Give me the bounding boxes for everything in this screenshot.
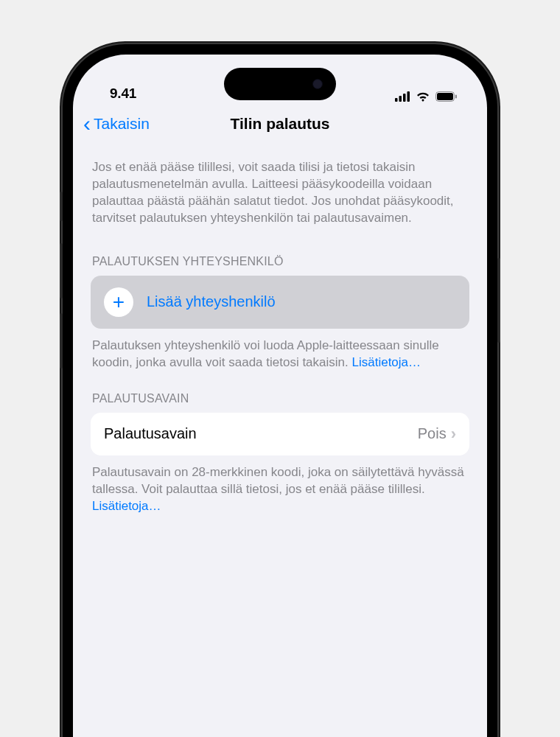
chevron-right-icon: ›	[451, 425, 456, 444]
recovery-key-header: PALAUTUSAVAIN	[91, 371, 469, 413]
battery-icon	[435, 91, 458, 102]
status-time: 9.41	[110, 85, 136, 102]
phone-screen: 9.41 ‹ Takaisin Tilin palautus Jos et en…	[73, 55, 487, 737]
mute-switch	[60, 192, 63, 221]
svg-rect-0	[395, 98, 398, 102]
contact-learn-more-link[interactable]: Lisätietoja…	[351, 355, 421, 369]
recovery-key-row[interactable]: Palautusavain Pois ›	[91, 413, 469, 455]
svg-rect-1	[399, 96, 402, 102]
navigation-bar: ‹ Takaisin Tilin palautus	[73, 108, 487, 143]
volume-down-button	[60, 313, 63, 368]
svg-rect-3	[407, 91, 410, 102]
recovery-key-learn-more-link[interactable]: Lisätietoja…	[92, 499, 161, 513]
back-label: Takaisin	[94, 115, 150, 133]
volume-up-button	[60, 243, 63, 298]
recovery-key-footer-text: Palautusavain on 28-merkkinen koodi, jok…	[92, 465, 464, 496]
recovery-contact-footer: Palautuksen yhteyshenkilö voi luoda Appl…	[91, 329, 469, 371]
status-icons	[395, 91, 458, 102]
recovery-contact-header: PALAUTUKSEN YHTEYSHENKILÖ	[91, 234, 469, 276]
front-camera	[312, 79, 323, 89]
svg-rect-5	[437, 93, 453, 100]
wifi-icon	[416, 91, 430, 102]
intro-description: Jos et enää pääse tilillesi, voit saada …	[91, 143, 469, 234]
plus-circle-icon: +	[104, 287, 133, 317]
chevron-left-icon: ‹	[83, 113, 91, 135]
back-button[interactable]: ‹ Takaisin	[83, 113, 150, 135]
recovery-key-title: Palautusavain	[104, 425, 418, 442]
svg-rect-6	[455, 95, 457, 99]
add-contact-label: Lisää yhteyshenkilö	[147, 293, 276, 310]
recovery-key-footer: Palautusavain on 28-merkkinen koodi, jok…	[91, 455, 469, 515]
phone-frame: 9.41 ‹ Takaisin Tilin palautus Jos et en…	[63, 44, 497, 737]
plus-icon: +	[113, 292, 125, 312]
cellular-icon	[395, 91, 410, 102]
svg-rect-2	[403, 94, 406, 102]
add-recovery-contact-button[interactable]: + Lisää yhteyshenkilö	[91, 276, 469, 329]
power-button	[497, 258, 500, 343]
dynamic-island	[224, 68, 336, 100]
content-area: Jos et enää pääse tilillesi, voit saada …	[73, 143, 487, 514]
recovery-key-value: Pois	[418, 425, 447, 442]
